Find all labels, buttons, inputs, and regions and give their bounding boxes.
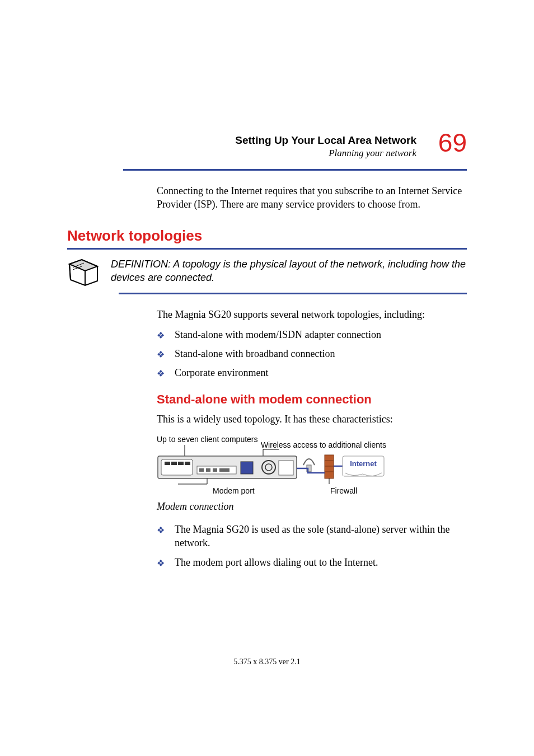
bullet-icon: ❖ <box>157 524 165 552</box>
section-subtitle: Planning your network <box>123 148 416 159</box>
modem-connection-diagram: Up to seven client computers Wireless ac… <box>157 435 386 497</box>
list-item-text: Stand-alone with broadband connection <box>175 347 335 360</box>
topology-list: ❖ Stand-alone with modem/ISDN adapter co… <box>157 328 467 380</box>
diagram-label-modem-port: Modem port <box>213 486 255 495</box>
book-icon <box>67 257 101 288</box>
svg-rect-7 <box>178 462 184 465</box>
h2-intro-paragraph: This is a widely used topology. It has t… <box>157 412 467 426</box>
page-number: 69 <box>438 130 467 156</box>
svg-rect-8 <box>185 462 190 465</box>
heading-network-topologies: Network topologies <box>67 227 467 245</box>
list-item: ❖ The Magnia SG20 is used as the sole (s… <box>157 523 467 550</box>
chapter-title: Setting Up Your Local Area Network <box>123 134 416 147</box>
characteristics-list: ❖ The Magnia SG20 is used as the sole (s… <box>157 523 467 569</box>
heading-standalone-modem: Stand-alone with modem connection <box>157 392 467 407</box>
network-diagram-svg: Internet <box>157 445 386 485</box>
definition-text: DEFINITION: A topology is the physical l… <box>111 257 467 285</box>
intro-paragraph: Connecting to the Internet requires that… <box>157 184 467 212</box>
svg-rect-11 <box>206 468 210 472</box>
svg-rect-10 <box>199 468 204 472</box>
definition-divider <box>119 293 467 294</box>
bullet-icon: ❖ <box>157 557 165 571</box>
list-item-text: Corporate environment <box>175 366 268 379</box>
svg-rect-14 <box>241 462 253 474</box>
list-item: ❖ Stand-alone with modem/ISDN adapter co… <box>157 328 467 341</box>
page-header: Setting Up Your Local Area Network Plann… <box>123 134 467 171</box>
heading-divider <box>67 248 467 250</box>
list-item: ❖ The modem port allows dialing out to t… <box>157 556 467 569</box>
svg-rect-19 <box>325 455 334 478</box>
list-item-text: The Magnia SG20 is used as the sole (sta… <box>175 523 467 550</box>
list-item: ❖ Corporate environment <box>157 366 467 379</box>
bullet-icon: ❖ <box>157 349 165 362</box>
svg-rect-12 <box>213 468 217 472</box>
svg-rect-17 <box>279 461 293 475</box>
bullet-icon: ❖ <box>157 368 165 381</box>
svg-rect-5 <box>165 462 170 465</box>
diagram-label-clients: Up to seven client computers <box>157 435 258 444</box>
diagram-label-wireless: Wireless access to additional clients <box>261 440 386 449</box>
diagram-caption: Modem connection <box>157 501 467 513</box>
internet-label: Internet <box>350 459 377 468</box>
definition-block: DEFINITION: A topology is the physical l… <box>67 257 467 288</box>
header-divider <box>123 169 467 171</box>
supports-paragraph: The Magnia SG20 supports several network… <box>157 308 467 321</box>
svg-rect-13 <box>219 468 229 472</box>
diagram-label-firewall: Firewall <box>330 486 357 495</box>
page-footer: 5.375 x 8.375 ver 2.1 <box>0 658 534 666</box>
bullet-icon: ❖ <box>157 330 165 343</box>
list-item-text: Stand-alone with modem/ISDN adapter conn… <box>175 328 381 341</box>
svg-rect-6 <box>171 462 177 465</box>
list-item: ❖ Stand-alone with broadband connection <box>157 347 467 360</box>
list-item-text: The modem port allows dialing out to the… <box>175 556 378 569</box>
